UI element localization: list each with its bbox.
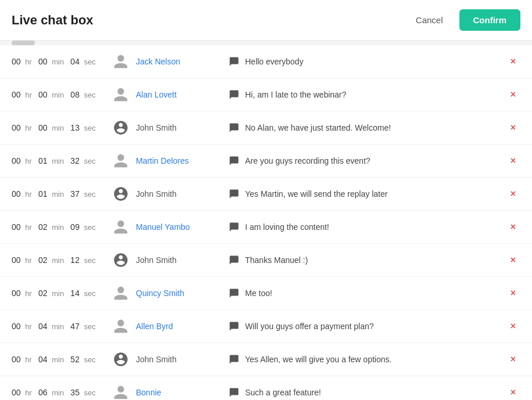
message-content: Me too! [229,288,501,298]
message-content: Thanks Manuel :) [229,255,501,265]
delete-message-button[interactable]: × [506,253,520,268]
message-author: John Smith [136,189,229,199]
confirm-button[interactable]: Confirm [459,9,521,31]
time-sec: 52 [70,355,80,364]
message-author: John Smith [136,255,229,265]
time-hr: 00 [12,255,21,265]
time-sec: 04 [70,57,80,66]
time-hr: 00 [12,322,21,331]
message-timestamp: 00 hr 04 min 47 sec [12,322,110,331]
avatar [110,252,131,268]
user-avatar-icon [113,53,129,70]
message-timestamp: 00 hr 02 min 14 sec [12,289,110,298]
message-text: I am loving the content! [245,222,329,232]
time-min: 01 [38,189,48,199]
chat-list: 00 hr 00 min 04 sec Jack Nelson Hello ev… [0,45,532,400]
delete-message-button[interactable]: × [506,385,520,400]
time-hr: 00 [12,90,21,99]
chat-row: 00 hr 02 min 09 sec Manuel Yambo I am lo… [0,211,532,244]
avatar [110,120,131,136]
user-avatar-icon [113,219,129,235]
message-text: Me too! [245,289,272,298]
message-timestamp: 00 hr 01 min 37 sec [12,189,110,199]
time-min: 04 [38,355,48,364]
time-sec-label: sec [82,355,96,364]
delete-message-button[interactable]: × [506,54,520,69]
time-hr: 00 [12,123,21,132]
time-min: 02 [38,222,48,232]
chat-bubble-icon [229,89,239,100]
message-text: Yes Allen, we will give you a few option… [245,355,391,364]
time-hr-label: hr [23,388,36,397]
message-text: Are you guys recording this event? [245,156,371,165]
user-avatar-icon [113,87,129,103]
time-min-label: min [50,157,69,165]
host-avatar-icon [113,186,129,202]
time-sec: 32 [70,156,80,165]
chat-row: 00 hr 00 min 04 sec Jack Nelson Hello ev… [0,45,532,78]
time-sec: 08 [70,90,80,99]
message-text: Hello everybody [245,57,303,66]
message-author: Alan Lovett [136,90,229,99]
delete-message-button[interactable]: × [506,286,520,301]
time-min: 02 [38,289,48,298]
delete-message-button[interactable]: × [506,319,520,334]
message-author: Jack Nelson [136,57,229,66]
user-avatar-icon [113,318,129,334]
avatar [110,384,131,400]
time-hr: 00 [12,189,21,199]
chat-bubble-icon [229,288,239,298]
chat-row: 00 hr 02 min 12 sec John Smith Thanks Ma… [0,244,532,277]
message-text: Thanks Manuel :) [245,255,308,265]
time-hr-label: hr [23,223,36,232]
message-content: No Alan, we have just started. Welcome! [229,122,501,133]
time-min: 00 [38,90,48,99]
time-min-label: min [50,223,69,232]
time-min: 04 [38,322,48,331]
message-timestamp: 00 hr 04 min 52 sec [12,355,110,364]
chat-bubble-icon [229,321,239,331]
time-hr: 00 [12,355,21,364]
message-text: No Alan, we have just started. Welcome! [245,123,391,132]
time-sec-label: sec [82,322,96,331]
message-timestamp: 00 hr 01 min 32 sec [12,156,110,165]
chat-row: 00 hr 00 min 13 sec John Smith No Alan, … [0,111,532,145]
time-sec: 47 [70,322,80,331]
time-hr-label: hr [23,256,36,265]
cancel-button[interactable]: Cancel [407,10,452,30]
scroll-thumb [12,41,35,45]
time-hr-label: hr [23,91,36,99]
chat-bubble-icon [229,122,239,133]
time-hr: 00 [12,222,21,232]
message-author: Martin Delores [136,156,229,165]
time-sec: 35 [70,388,80,397]
time-hr: 00 [12,57,21,66]
message-author: John Smith [136,123,229,132]
time-sec: 12 [70,255,80,265]
message-content: Yes Martin, we will send the replay late… [229,189,501,199]
avatar [110,186,131,202]
delete-message-button[interactable]: × [506,186,520,201]
delete-message-button[interactable]: × [506,352,520,367]
delete-message-button[interactable]: × [506,219,520,235]
time-sec-label: sec [82,57,96,66]
chat-row: 00 hr 02 min 14 sec Quincy Smith Me too!… [0,277,532,310]
time-sec-label: sec [82,388,96,397]
time-sec-label: sec [82,124,96,132]
time-hr-label: hr [23,355,36,364]
delete-message-button[interactable]: × [506,87,520,102]
host-avatar-icon [113,120,129,136]
delete-message-button[interactable]: × [506,153,520,168]
chat-row: 00 hr 04 min 52 sec John Smith Yes Allen… [0,343,532,376]
chat-row: 00 hr 04 min 47 sec Allen Byrd Will you … [0,310,532,343]
time-min: 01 [38,156,48,165]
chat-bubble-icon [229,189,239,199]
message-text: Such a great feature! [245,388,321,397]
user-avatar-icon [113,285,129,301]
chat-row: 00 hr 01 min 32 sec Martin Delores Are y… [0,145,532,178]
chat-row: 00 hr 00 min 08 sec Alan Lovett Hi, am I… [0,78,532,111]
message-author: Allen Byrd [136,322,229,331]
delete-message-button[interactable]: × [506,120,520,135]
time-min-label: min [50,388,69,397]
message-text: Hi, am I late to the webinar? [245,90,346,99]
